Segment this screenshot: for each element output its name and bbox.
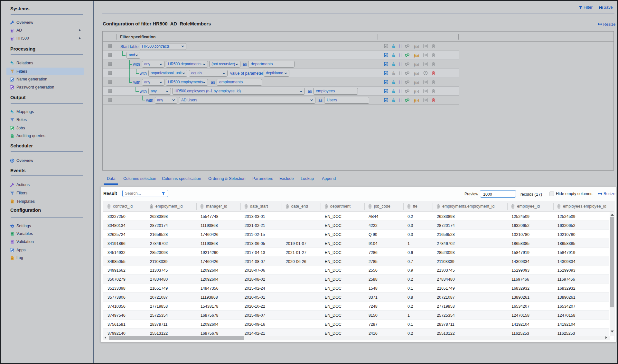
svg-text:P: P <box>425 72 426 75</box>
